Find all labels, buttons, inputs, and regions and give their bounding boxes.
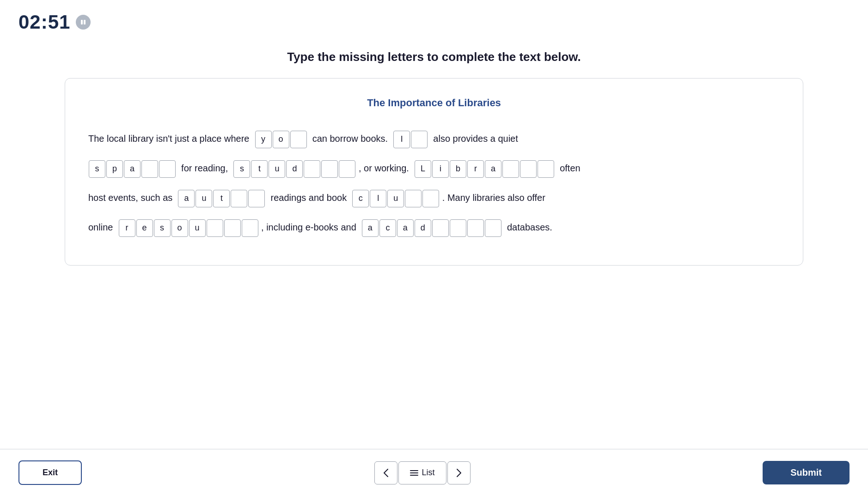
text-static: , including e-books and bbox=[261, 222, 359, 232]
letter-box: a bbox=[178, 190, 195, 207]
main-content: The Importance of Libraries The local li… bbox=[0, 78, 868, 430]
letter-box: b bbox=[450, 160, 466, 178]
text-static: can borrow books. bbox=[310, 133, 391, 144]
letter-box: a bbox=[397, 219, 414, 237]
letter-box: I bbox=[393, 131, 410, 148]
letter-input[interactable] bbox=[432, 219, 449, 237]
word-academic: a c a d bbox=[361, 219, 502, 237]
letter-input[interactable] bbox=[159, 160, 176, 178]
pause-button[interactable] bbox=[76, 15, 91, 30]
letter-input[interactable] bbox=[141, 160, 158, 178]
exit-button[interactable]: Exit bbox=[18, 460, 82, 485]
letter-input[interactable] bbox=[538, 160, 554, 178]
word-libraries: L i b r a bbox=[414, 160, 555, 178]
letter-box: o bbox=[273, 131, 289, 148]
header: 02:51 bbox=[0, 0, 868, 41]
letter-input[interactable] bbox=[422, 190, 439, 207]
letter-box: u bbox=[189, 219, 206, 237]
passage-text: The local library isn't just a place whe… bbox=[88, 124, 780, 242]
footer: Exit List Submit bbox=[0, 449, 868, 496]
prev-button[interactable] bbox=[374, 461, 397, 484]
letter-box: L bbox=[415, 160, 431, 178]
text-static: , or working. bbox=[359, 163, 411, 173]
letter-box: u bbox=[196, 190, 212, 207]
letter-input[interactable] bbox=[231, 190, 247, 207]
text-static: host events, such as bbox=[88, 193, 175, 203]
letter-box: u bbox=[387, 190, 404, 207]
letter-box: y bbox=[255, 131, 272, 148]
text-static: also provides a quiet bbox=[431, 133, 518, 144]
text-static: online bbox=[88, 222, 116, 232]
letter-box: r bbox=[119, 219, 135, 237]
letter-box: e bbox=[136, 219, 153, 237]
letter-box: o bbox=[171, 219, 188, 237]
letter-input[interactable] bbox=[224, 219, 241, 237]
next-button[interactable] bbox=[447, 461, 471, 484]
nav-controls: List bbox=[374, 461, 471, 484]
letter-box: s bbox=[233, 160, 250, 178]
timer-display: 02:51 bbox=[18, 11, 70, 33]
text-static: . Many libraries also offer bbox=[442, 193, 545, 203]
letter-input[interactable] bbox=[304, 160, 320, 178]
word-it: I bbox=[393, 131, 428, 148]
letter-box: a bbox=[362, 219, 379, 237]
letter-input[interactable] bbox=[405, 190, 422, 207]
text-static: The local library isn't just a place whe… bbox=[88, 133, 252, 144]
word-space: s p a bbox=[88, 160, 176, 178]
letter-box: d bbox=[415, 219, 431, 237]
instructions-text: Type the missing letters to complete the… bbox=[0, 41, 868, 78]
word-club: c l u bbox=[352, 190, 440, 207]
letter-box: a bbox=[485, 160, 501, 178]
letter-box: s bbox=[154, 219, 171, 237]
letter-input[interactable] bbox=[248, 190, 265, 207]
letter-box: c bbox=[352, 190, 369, 207]
svg-rect-0 bbox=[81, 20, 83, 24]
word-you: y o bbox=[255, 131, 307, 148]
letter-box: i bbox=[432, 160, 449, 178]
passage-title: The Importance of Libraries bbox=[88, 97, 780, 109]
letter-box: s bbox=[89, 160, 105, 178]
list-button[interactable]: List bbox=[398, 461, 446, 484]
letter-box: d bbox=[286, 160, 303, 178]
letter-input[interactable] bbox=[485, 219, 501, 237]
letter-input[interactable] bbox=[339, 160, 355, 178]
letter-input[interactable] bbox=[450, 219, 466, 237]
letter-input[interactable] bbox=[321, 160, 338, 178]
word-studying: s t u d bbox=[233, 160, 356, 178]
text-static: for reading, bbox=[179, 163, 231, 173]
letter-box: r bbox=[467, 160, 484, 178]
letter-box: a bbox=[124, 160, 141, 178]
letter-input[interactable] bbox=[467, 219, 484, 237]
word-resources: r e s o u bbox=[118, 219, 259, 237]
letter-input[interactable] bbox=[290, 131, 307, 148]
text-container: The Importance of Libraries The local li… bbox=[65, 78, 803, 266]
text-static: readings and book bbox=[268, 193, 349, 203]
letter-input[interactable] bbox=[411, 131, 428, 148]
svg-rect-1 bbox=[84, 20, 86, 24]
word-author: a u t bbox=[177, 190, 265, 207]
text-static: often bbox=[557, 163, 581, 173]
list-label: List bbox=[422, 468, 435, 478]
letter-box: c bbox=[379, 219, 396, 237]
letter-input[interactable] bbox=[207, 219, 223, 237]
letter-box: t bbox=[213, 190, 230, 207]
letter-input[interactable] bbox=[242, 219, 258, 237]
text-static: databases. bbox=[504, 222, 552, 232]
letter-box: p bbox=[106, 160, 123, 178]
letter-box: l bbox=[370, 190, 386, 207]
letter-input[interactable] bbox=[520, 160, 537, 178]
letter-box: t bbox=[251, 160, 268, 178]
letter-input[interactable] bbox=[502, 160, 519, 178]
letter-box: u bbox=[269, 160, 285, 178]
submit-button[interactable]: Submit bbox=[763, 461, 850, 484]
